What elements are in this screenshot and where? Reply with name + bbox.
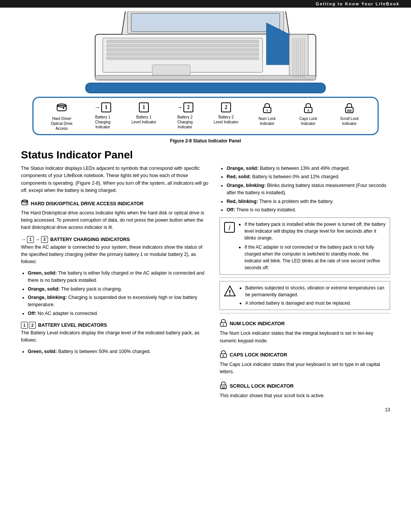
battery1-level-icon: 1 [139,102,149,112]
num-lock-section-header: 1 Num Lock Indicator [220,319,390,328]
caps-lock-icon: A [303,102,314,114]
battery2-charging-icon: → 2 [177,102,193,112]
battery-charging-icon: →1→2 [21,236,48,243]
scroll-lock-section-icon [220,381,227,391]
warning-icon [224,285,236,302]
caps-lock-section-header: A Caps Lock Indicator [220,350,390,359]
battery-level-icon: 12 [21,322,36,329]
bullet-item: Green, solid: Battery is between 50% and… [28,348,208,355]
header-text: Getting to Know Your LifeBook [316,2,400,6]
svg-rect-7 [107,53,259,56]
svg-text:1: 1 [223,323,224,326]
battery-charging-body: When the AC adapter is connected to your… [21,244,208,266]
hard-drive-label: Hard Drive/ Optical Drive Access [51,116,72,131]
bullet-item: Red, solid: Battery is between 0% and 12… [226,173,390,181]
bullet-item: Orange, blinking: Blinks during battery … [226,182,390,197]
svg-rect-8 [107,57,259,60]
caps-lock-label: Caps Lock Indicator [299,116,317,126]
svg-rect-6 [107,48,259,51]
diagram-area [21,8,390,97]
hard-disk-header: Hard Disk/Optical Drive Access Indicator [21,199,208,209]
warning-bullet: Batteries subjected to shocks, vibration… [245,284,386,298]
num-lock-section: 1 Num Lock Indicator The Num Lock indica… [220,319,390,345]
svg-rect-4 [107,40,259,43]
scroll-lock-section: Scroll Lock Indicator This indicator sho… [220,381,390,399]
warning-box: Batteries subjected to shocks, vibration… [220,281,390,310]
battery2-level-icon: 2 [221,102,231,112]
battery-charging-header: →1→2 Battery Charging Indicators [21,236,208,243]
note-box-1: i If the battery pack is installed while… [220,217,390,275]
note-bullet: If the battery pack is installed while t… [244,221,386,241]
svg-text:A: A [307,109,310,112]
indicator-panel: Hard Drive/ Optical Drive Access → 1 Bat… [32,97,379,135]
bullet-item: Orange, solid: Battery is between 13% an… [226,165,390,172]
indicator-battery2-charging: → 2 Battery 2 Charging Indicator [172,102,198,129]
indicator-battery1-level: 1 Battery 1 Level Indicator [131,102,157,125]
num-lock-section-icon: 1 [220,319,227,328]
battery-level-bullets-right: Orange, solid: Battery is between 13% an… [226,165,390,214]
bullet-item: Off: No AC adapter is connected. [28,310,208,317]
intro-text: The Status Indicator displays LEDs adjac… [21,165,208,195]
battery1-charging-label: Battery 1 Charging Indicator [95,115,111,129]
num-lock-section-title: Num Lock Indicator [229,321,285,326]
section-title: Status Indicator Panel [21,149,390,161]
battery2-charging-label: Battery 2 Charging Indicator [177,115,193,129]
bullet-item: Orange, blinking: Charging is suspended … [28,294,208,309]
indicator-battery1-charging: → 1 Battery 1 Charging Indicator [89,102,116,129]
battery-charging-title: Battery Charging Indicators [50,237,130,242]
svg-rect-12 [95,75,316,80]
laptop-diagram [65,11,346,93]
indicator-hard-drive: Hard Drive/ Optical Drive Access [48,102,75,131]
warning-bullet: A shorted battery is damaged and must be… [245,300,386,307]
figure-caption: Figure 2-8 Status Indicator Panel [21,138,390,144]
battery-level-bullets: Green, solid: Battery is between 50% and… [28,348,208,355]
num-lock-label: Num Lock Indicator [258,116,276,126]
hard-disk-body: The Hard Disk/optical drive access indic… [21,209,208,232]
caps-lock-section: A Caps Lock Indicator The Caps Lock indi… [220,350,390,376]
scroll-lock-icon [344,102,355,114]
battery2-level-label: Battery 2 Level Indicator [213,115,238,125]
bullet-item: Red, blinking: There is a problem with t… [226,198,390,205]
hard-disk-title: Hard Disk/Optical Drive Access Indicator [31,201,143,206]
battery-level-header: 12 Battery Level Indicators [21,322,208,329]
scroll-lock-body: This indicator shows that your scroll lo… [220,392,390,399]
battery1-charging-icon: → 1 [94,102,111,112]
battery-level-body: The Battery Level indicators display the… [21,329,208,344]
svg-text:A: A [223,355,225,357]
battery1-level-label: Battery 1 Level Indicator [131,115,156,125]
svg-rect-3 [131,13,280,32]
warning-text: Batteries subjected to shocks, vibration… [240,284,386,307]
svg-text:i: i [229,224,231,232]
num-lock-body: The Num Lock indicator states that the i… [220,330,390,345]
svg-point-33 [26,202,27,203]
scroll-lock-section-header: Scroll Lock Indicator [220,381,390,391]
indicator-caps-lock: A Caps Lock Indicator [295,102,322,126]
left-column: The Status Indicator displays LEDs adjac… [21,165,208,412]
svg-text:1: 1 [266,109,268,112]
svg-rect-9 [152,65,190,75]
bullet-item: Orange, solid: The battery pack is charg… [28,286,208,293]
battery-charging-bullets: Green, solid: The battery is either full… [28,270,208,317]
scroll-lock-label: Scroll Lock Indicator [340,116,359,126]
scroll-lock-section-title: Scroll Lock Indicator [229,383,293,389]
note-bullet: If the AC adapter is not connected or th… [244,244,386,271]
battery-level-title: Battery Level Indicators [38,323,107,328]
indicator-scroll-lock: Scroll Lock Indicator [336,102,363,126]
caps-lock-section-title: Caps Lock Indicator [229,352,287,358]
bullet-item: Off: There is no battery installed. [226,206,390,214]
num-lock-icon: 1 [262,102,272,114]
right-column: Orange, solid: Battery is between 13% an… [220,165,390,412]
svg-rect-5 [107,44,259,47]
info-icon: i [224,222,235,237]
note-text-1: If the battery pack is installed while t… [239,221,386,271]
caps-lock-section-icon: A [220,350,227,359]
svg-rect-20 [86,83,325,93]
header-bar: Getting to Know Your LifeBook [0,0,411,8]
page-number: 13 [220,407,390,412]
hard-disk-section-icon [21,199,29,209]
indicator-battery2-level: 2 Battery 2 Level Indicator [213,102,239,125]
bullet-item: Green, solid: The battery is either full… [28,270,208,284]
indicator-num-lock: 1 Num Lock Indicator [254,102,280,126]
caps-lock-body: The Caps Lock indicator states that your… [220,361,390,376]
svg-point-23 [63,107,64,109]
